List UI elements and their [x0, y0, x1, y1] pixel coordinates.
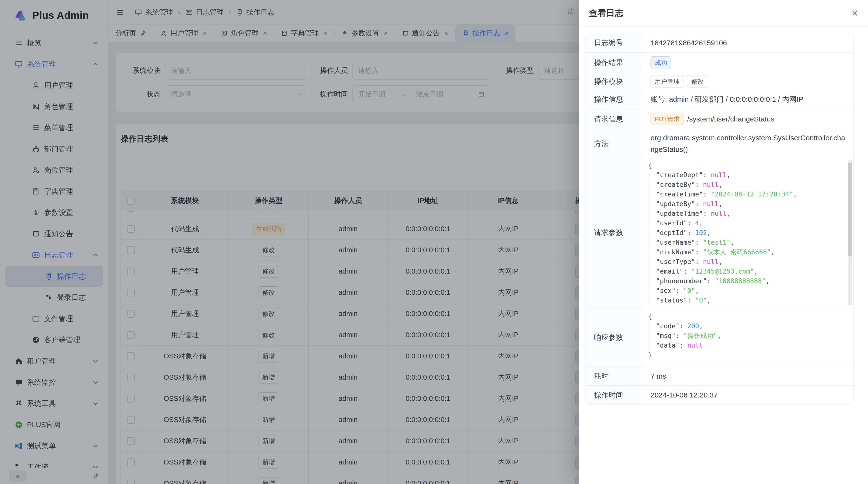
module-tag: 用户管理	[651, 75, 684, 88]
method-label: 方法	[585, 128, 641, 159]
cost-label: 耗时	[585, 367, 641, 385]
request-params-json: { "createDept": null, "createBy": null, …	[641, 157, 854, 308]
result-label: 操作结果	[585, 53, 641, 73]
json-scrollbar[interactable]	[848, 160, 852, 305]
log-detail-table: 日志编号 1842781986426159106 操作结果 成功 操作模块 用户…	[585, 33, 854, 405]
module-label: 操作模块	[585, 71, 641, 92]
time-value: 2024-10-06 12:20:37	[641, 386, 854, 405]
json-scrollbar-thumb[interactable]	[848, 162, 852, 256]
cost-value: 7 ms	[641, 367, 854, 385]
request-params-label: 请求参数	[585, 157, 641, 308]
request-method-tag: PUT请求	[651, 113, 684, 125]
close-icon[interactable]: ×	[851, 8, 858, 19]
drawer-backdrop[interactable]	[0, 0, 579, 484]
result-tag: 成功	[651, 56, 671, 69]
response-params-json: { "code": 200, "msg": "操作成功", "data": nu…	[641, 308, 854, 366]
time-label: 操作时间	[585, 386, 641, 405]
module-tag: 修改	[687, 75, 708, 88]
log-detail-drawer: 查看日志 × 日志编号 1842781986426159106 操作结果 成功 …	[579, 0, 868, 484]
request-label: 请求信息	[585, 109, 641, 129]
log-id-value: 1842781986426159106	[641, 33, 854, 52]
method-value: org.dromara.system.controller.system.Sys…	[641, 128, 854, 159]
request-url: /system/user/changeStatus	[687, 115, 774, 123]
info-value: 账号: admin / 研发部门 / 0:0:0:0:0:0:0:1 / 内网I…	[641, 90, 854, 109]
info-label: 操作信息	[585, 90, 641, 109]
app-root: Plus Admin 概览 系统管理 用户管理 角色管理	[0, 0, 868, 484]
drawer-header: 查看日志 ×	[579, 0, 868, 27]
drawer-title: 查看日志	[589, 7, 623, 19]
response-params-label: 响应参数	[585, 308, 641, 366]
log-id-label: 日志编号	[585, 33, 641, 52]
